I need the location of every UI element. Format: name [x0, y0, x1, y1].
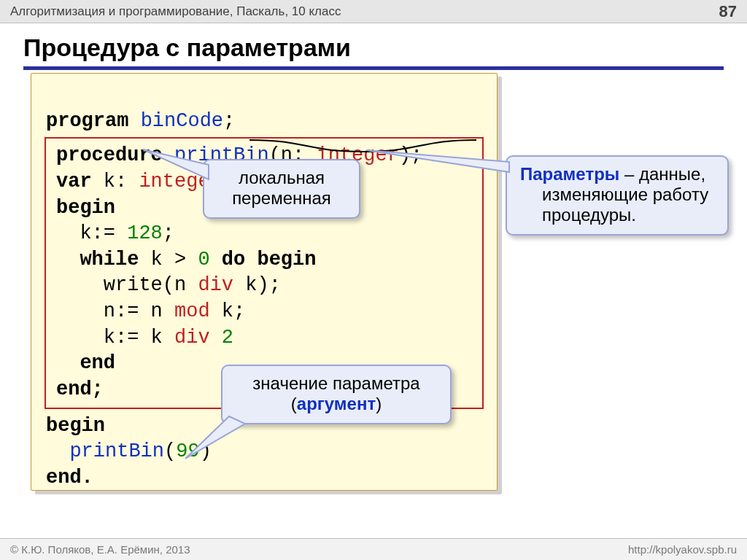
- code-token: 2: [210, 327, 233, 349]
- code-token: end.: [46, 467, 93, 489]
- code-token: k: [104, 171, 115, 192]
- footer-bar: © К.Ю. Поляков, Е.А. Ерёмин, 2013 http:/…: [0, 538, 747, 560]
- callout-text: значение параметра: [236, 373, 437, 394]
- code-token: 99: [176, 440, 199, 462]
- code-token: k: [139, 249, 162, 271]
- code-token: program: [46, 110, 128, 132]
- code-token: n: [139, 300, 162, 322]
- callout-text: (: [291, 394, 297, 413]
- callout-text: Параметры: [520, 164, 619, 184]
- callout-argument: значение параметра (аргумент): [221, 365, 452, 424]
- code-token: binCode: [141, 110, 223, 132]
- code-token: 128: [127, 222, 163, 244]
- code-block: program binCode; procedure printBin(n: i…: [31, 73, 498, 491]
- callout-text: аргумент: [297, 394, 376, 413]
- callout-text: локальная: [217, 168, 346, 188]
- page-number: 87: [719, 2, 737, 21]
- page-title: Процедура с параметрами: [23, 34, 724, 70]
- code-token: ;: [411, 144, 422, 166]
- code-token: begin: [56, 197, 115, 219]
- code-token: end: [56, 352, 115, 374]
- code-token: ;: [163, 222, 174, 244]
- code-token: k:=: [56, 222, 115, 244]
- code-token: do begin: [210, 249, 317, 271]
- code-token: k);: [233, 274, 281, 296]
- code-token: n:=: [56, 300, 139, 322]
- code-token: ): [399, 144, 411, 166]
- code-token: (: [164, 440, 176, 462]
- callout-local-variable: локальная переменная: [203, 159, 360, 219]
- code-token: >: [163, 249, 186, 271]
- code-token: write(n: [56, 274, 186, 296]
- code-token: div: [186, 274, 233, 296]
- code-token: :: [115, 171, 127, 192]
- callout-text: процедуры.: [542, 205, 636, 225]
- header-bar: Алгоритмизация и программирование, Паска…: [0, 0, 747, 23]
- code-token: begin: [46, 415, 105, 437]
- code-token: while: [56, 249, 139, 271]
- callout-text: – данные,: [619, 164, 705, 184]
- footer-copyright: © К.Ю. Поляков, Е.А. Ерёмин, 2013: [10, 543, 190, 556]
- callout-text: изменяющие работу: [542, 184, 708, 205]
- header-subject: Алгоритмизация и программирование, Паска…: [10, 4, 341, 19]
- code-token: k: [139, 327, 162, 349]
- footer-url: http://kpolyakov.spb.ru: [628, 543, 737, 556]
- code-token: k:=: [56, 327, 139, 349]
- code-token: 0: [186, 249, 209, 271]
- code-token: end;: [56, 378, 104, 400]
- code-token: mod: [163, 300, 210, 322]
- code-token: k;: [210, 300, 246, 322]
- callout-parameters: Параметры – данные, изменяющие работу пр…: [506, 155, 729, 236]
- callout-text: переменная: [217, 188, 346, 209]
- code-token: ;: [223, 110, 235, 132]
- callout-text: ): [376, 394, 382, 413]
- code-token: var: [56, 171, 92, 192]
- code-token: procedure: [56, 144, 163, 166]
- code-token: div: [163, 327, 210, 349]
- code-token: ): [200, 440, 212, 462]
- code-token: printBin: [46, 440, 164, 462]
- slide: Алгоритмизация и программирование, Паска…: [0, 0, 747, 560]
- code-token: [127, 171, 139, 192]
